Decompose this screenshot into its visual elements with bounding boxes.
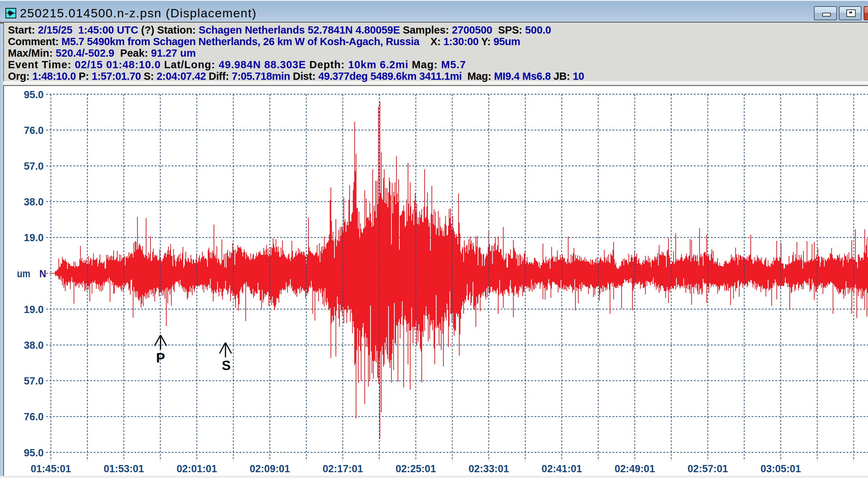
svg-text:76.0: 76.0 [24, 124, 44, 136]
svg-text:02:57:01: 02:57:01 [688, 462, 728, 474]
svg-text:76.0: 76.0 [24, 410, 44, 422]
svg-text:02:01:01: 02:01:01 [177, 462, 217, 474]
svg-text:01:45:01: 01:45:01 [31, 462, 71, 474]
svg-text:um: um [17, 268, 30, 279]
svg-text:03:05:01: 03:05:01 [760, 462, 801, 474]
svg-text:P: P [156, 351, 165, 365]
svg-text:01:53:01: 01:53:01 [104, 462, 144, 474]
svg-text:02:09:01: 02:09:01 [250, 462, 290, 474]
svg-text:02:41:01: 02:41:01 [542, 462, 582, 474]
svg-text:19.0: 19.0 [24, 303, 44, 315]
svg-text:02:17:01: 02:17:01 [323, 462, 363, 474]
svg-text:57.0: 57.0 [24, 160, 44, 172]
svg-text:38.0: 38.0 [24, 196, 44, 208]
svg-text:95.0: 95.0 [24, 88, 44, 100]
svg-text:95.0: 95.0 [24, 447, 44, 459]
svg-text:19.0: 19.0 [24, 231, 44, 243]
svg-text:57.0: 57.0 [24, 375, 44, 387]
svg-text:38.0: 38.0 [24, 339, 44, 351]
svg-text:02:25:01: 02:25:01 [396, 462, 436, 474]
svg-text:S: S [222, 358, 231, 373]
svg-text:02:33:01: 02:33:01 [469, 462, 509, 474]
svg-text:N: N [39, 268, 46, 279]
svg-text:02:49:01: 02:49:01 [615, 462, 655, 474]
